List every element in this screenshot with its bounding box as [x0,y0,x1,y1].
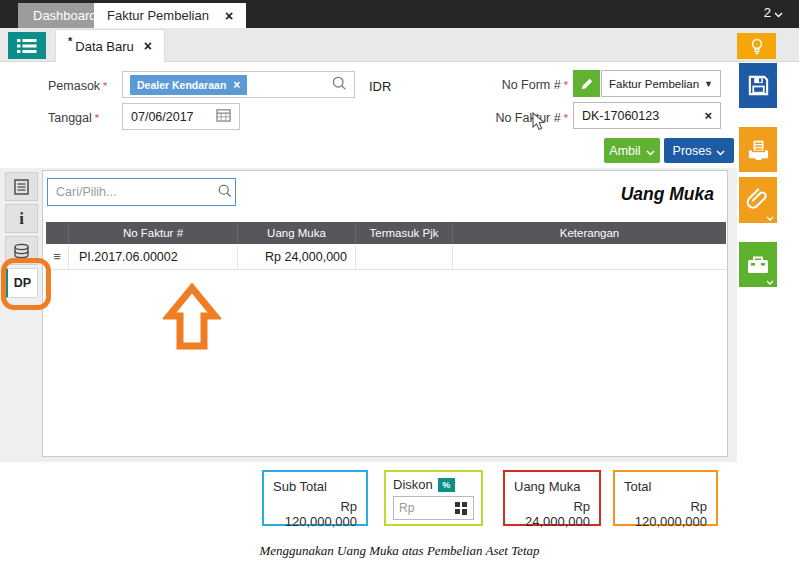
no-faktur-input[interactable] [582,109,692,123]
close-icon[interactable]: × [144,38,152,54]
diskon-box: Diskon % [384,470,483,526]
pemasok-label: Pemasok* [48,79,107,93]
search-field [47,178,236,206]
pemasok-field[interactable]: Dealer Kendaraan × [122,71,355,98]
proses-button[interactable]: Proses [664,138,734,163]
column-header-keterangan[interactable]: Keterangan [453,222,726,244]
diskon-input[interactable] [399,501,449,515]
diskon-label: Diskon [393,477,433,492]
uang-muka-panel [42,170,728,457]
column-header-uang-muka[interactable]: Uang Muka [238,222,356,244]
ambil-button[interactable]: Ambil [604,138,660,163]
list-menu-icon [17,38,37,54]
save-button[interactable] [739,63,777,108]
sub-total-label: Sub Total [273,479,357,494]
tab-faktur-pembelian[interactable]: Faktur Pembelian × [94,3,246,28]
close-icon[interactable]: × [225,8,233,24]
chevron-down-icon [774,12,783,18]
pemasok-chip[interactable]: Dealer Kendaraan × [130,75,247,95]
currency-label: IDR [369,79,391,94]
table-row[interactable]: ≡ PI.2017.06.00002 Rp 24,000,000 [46,244,726,270]
form-type-value: Faktur Pembelian [609,78,699,90]
search-icon[interactable] [217,183,232,202]
caption-text: Menggunakan Uang Muka atas Pembelian Ase… [0,543,799,559]
cell-keterangan[interactable] [453,244,726,269]
total-box: Total Rp 120,000,000 [613,470,718,526]
form-type-select[interactable]: Faktur Pembelian ▼ [601,70,721,97]
tanggal-label: Tanggal* [48,111,99,125]
tab-faktur-pembelian-label: Faktur Pembelian [107,8,209,23]
column-header-no-faktur[interactable]: No Faktur # [69,222,238,244]
tools-button[interactable] [739,242,777,287]
table-header: No Faktur # Uang Muka Termasuk Pjk Keter… [46,222,726,244]
sub-total-box: Sub Total Rp 120,000,000 [262,470,368,526]
edit-form-number-button[interactable] [573,70,600,97]
chevron-down-icon [716,150,725,156]
calendar-icon[interactable] [216,108,231,125]
chevron-down-icon: ▼ [704,79,713,89]
cell-uang-muka[interactable]: Rp 24,000,000 [238,244,356,269]
dp-tab-label: DP [14,276,31,290]
chevron-down-icon [766,280,774,285]
sidebar-tab-biaya[interactable] [5,236,38,265]
no-faktur-field: × [573,102,721,129]
tab-data-baru-label: Data Baru [75,39,134,54]
tab-dashboard-label: Dashboard [33,8,97,23]
print-button[interactable] [739,127,777,172]
no-form-label: No Form #* [455,78,568,92]
notification-count: 2 [764,5,771,20]
save-icon [747,74,770,97]
app-window: Dashboard Faktur Pembelian × 2 * Data Ba… [0,0,799,566]
coins-icon [13,243,30,259]
clear-icon[interactable]: × [704,108,712,123]
uang-muka-value: Rp 24,000,000 [514,499,590,529]
briefcase-icon [746,254,770,276]
document-list-icon [14,179,29,195]
uang-muka-box: Uang Muka Rp 24,000,000 [503,470,601,526]
search-icon[interactable] [331,75,347,95]
no-faktur-label: No Faktur #* [448,111,568,125]
cell-termasuk-pjk[interactable] [356,244,453,269]
diskon-field [393,496,474,520]
percent-badge[interactable]: % [438,478,455,492]
tanggal-value: 07/06/2017 [131,110,194,124]
paperclip-icon [746,187,770,213]
handle-column-header [46,222,69,244]
info-icon: i [19,209,24,229]
calculator-icon[interactable] [455,502,468,515]
attachment-button[interactable] [739,177,777,223]
cell-no-faktur[interactable]: PI.2017.06.00002 [69,244,238,269]
pemasok-chip-label: Dealer Kendaraan [137,79,226,91]
tanggal-field[interactable]: 07/06/2017 [122,103,240,130]
notification-dropdown[interactable]: 2 [764,0,783,28]
tab-data-baru[interactable]: * Data Baru × [55,29,165,62]
hint-button[interactable] [737,33,776,59]
pencil-icon [580,77,594,91]
search-input[interactable] [56,185,217,199]
printer-icon [747,138,770,161]
row-drag-handle[interactable]: ≡ [46,244,69,269]
menu-button[interactable] [8,32,46,59]
top-tab-bar: Dashboard Faktur Pembelian × 2 [0,0,799,28]
column-header-termasuk-pjk[interactable]: Termasuk Pjk [356,222,453,244]
chip-remove-icon[interactable]: × [233,78,240,92]
uang-muka-label: Uang Muka [514,479,590,494]
chevron-down-icon [646,150,655,156]
total-label: Total [624,479,707,494]
sidebar-tab-info[interactable]: i [5,204,38,233]
total-value: Rp 120,000,000 [624,499,707,529]
unsaved-marker: * [68,35,72,47]
required-marker: * [103,80,107,92]
panel-title: Uang Muka [480,184,714,205]
lightbulb-icon [750,38,764,55]
uang-muka-table: No Faktur # Uang Muka Termasuk Pjk Keter… [46,222,726,270]
sub-total-value: Rp 120,000,000 [273,499,357,529]
required-marker: * [95,112,99,124]
required-marker: * [564,79,568,91]
sidebar-tab-dp[interactable]: DP [5,268,38,298]
chevron-down-icon [766,216,774,221]
required-marker: * [564,112,568,124]
sidebar-tab-detail[interactable] [5,172,38,201]
